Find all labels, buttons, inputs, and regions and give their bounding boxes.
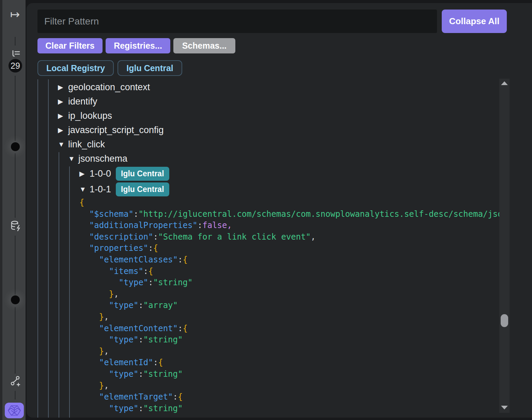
collapse-all-button[interactable]: Collapse All	[442, 10, 507, 33]
add-connection-icon[interactable]	[10, 376, 21, 387]
filter-pattern-input[interactable]	[37, 10, 437, 33]
hexagon-logo-icon	[7, 404, 21, 417]
code-line: "elementTarget":{	[79, 391, 499, 403]
timeline-segment	[15, 76, 16, 141]
timeline-segment	[15, 391, 16, 400]
tree-label: 1-0-0	[90, 168, 111, 179]
registry-pill-local[interactable]: Local Registry	[37, 60, 114, 76]
code-line: },	[79, 289, 499, 300]
tree-row[interactable]: ▶ identify	[27, 94, 499, 109]
tree-row[interactable]: ▼ link_click	[27, 137, 499, 151]
code-line: "properties":{	[79, 243, 499, 254]
code-line: "items":{	[79, 266, 499, 277]
tree-row[interactable]: ▶ geolocation_context	[27, 80, 499, 94]
code-line: },	[79, 311, 499, 323]
code-line: "type":"array"	[79, 300, 499, 311]
main-panel: Collapse All Clear Filters Registries...…	[27, 3, 532, 418]
code-line: "additionalProperties":false,	[79, 220, 499, 231]
tree-caret-icon[interactable]: ▶	[79, 169, 90, 178]
tree-label: geolocation_context	[68, 82, 150, 93]
schemas-button[interactable]: Schemas...	[173, 38, 235, 53]
code-line: },	[79, 380, 499, 392]
timeline-segment	[15, 307, 16, 374]
scroll-down-icon[interactable]	[501, 406, 508, 409]
app-logo-button[interactable]	[5, 403, 24, 418]
timeline-segment	[15, 37, 16, 46]
timeline-segment	[15, 153, 16, 218]
tree-caret-icon[interactable]: ▶	[58, 97, 68, 106]
code-line: "elementContent":{	[79, 323, 499, 335]
code-line: "elementId":{	[79, 357, 499, 369]
tree-row[interactable]: ▼ jsonschema	[27, 151, 499, 166]
scroll-up-icon[interactable]	[501, 81, 508, 85]
code-line: "type":"string"	[79, 369, 499, 380]
code-line: },	[79, 346, 499, 357]
registries-button[interactable]: Registries...	[106, 38, 170, 53]
tree-caret-icon[interactable]: ▶	[58, 112, 68, 120]
registry-badge: Iglu Central	[116, 167, 169, 181]
schema-browser-content: ▶ geolocation_context ▶ identify ▶ ip_lo…	[27, 79, 499, 418]
code-line: "type":"string"	[79, 277, 499, 289]
scroll-thumb[interactable]	[501, 314, 508, 327]
code-line: {	[79, 197, 499, 209]
code-line: "elementClasses":{	[79, 254, 499, 266]
code-line: "type":"string"	[79, 334, 499, 346]
tree-row[interactable]: ▶ 1-0-0 Iglu Central	[27, 166, 499, 181]
registry-pills: Local Registry Iglu Central	[37, 60, 182, 76]
schema-count-badge: 29	[9, 59, 22, 72]
timeline-dot	[11, 142, 20, 151]
timeline-segment	[15, 236, 16, 295]
sidebar: ↦ 29	[0, 0, 26, 420]
code-block: { "$schema":"http://iglucentral.com/sche…	[27, 197, 499, 414]
tree-caret-icon[interactable]: ▶	[58, 126, 68, 134]
app-window: ↦ 29	[0, 0, 532, 420]
tree-label: link_click	[68, 139, 105, 150]
tree-label: ip_lookups	[68, 111, 112, 121]
tree-caret-icon[interactable]: ▼	[79, 185, 90, 193]
tree-caret-icon[interactable]: ▼	[58, 141, 68, 148]
registry-pill-iglu-central[interactable]: Iglu Central	[118, 60, 182, 76]
tree-row[interactable]: ▼ 1-0-1 Iglu Central	[27, 181, 499, 197]
tree-row[interactable]: ▶ ip_lookups	[27, 109, 499, 123]
registry-badge: Iglu Central	[116, 182, 169, 196]
tree-label: javascript_script_config	[68, 125, 164, 135]
code-line: "description":"Schema for a link click e…	[79, 231, 499, 243]
code-line: "$schema":"http://iglucentral.com/schema…	[79, 209, 499, 220]
tree-caret-icon[interactable]: ▼	[68, 155, 78, 163]
scrollbar[interactable]	[499, 79, 510, 413]
tree-label: 1-0-1	[90, 184, 111, 195]
tree-label: identify	[68, 96, 97, 107]
schema-tree: ▶ geolocation_context ▶ identify ▶ ip_lo…	[27, 80, 499, 197]
code-line: "type":"string"	[79, 403, 499, 415]
schema-tree-icon[interactable]	[11, 50, 21, 59]
filter-actions: Clear Filters Registries... Schemas...	[37, 38, 235, 53]
tree-label: jsonschema	[78, 154, 127, 164]
clear-filters-button[interactable]: Clear Filters	[37, 38, 103, 53]
database-lightning-icon[interactable]	[11, 221, 21, 231]
tree-row[interactable]: ▶ javascript_script_config	[27, 123, 499, 137]
tree-caret-icon[interactable]: ▶	[58, 83, 68, 91]
sidebar-edge	[0, 0, 2, 420]
timeline-dot	[11, 295, 20, 304]
expand-panel-icon[interactable]: ↦	[7, 7, 22, 22]
